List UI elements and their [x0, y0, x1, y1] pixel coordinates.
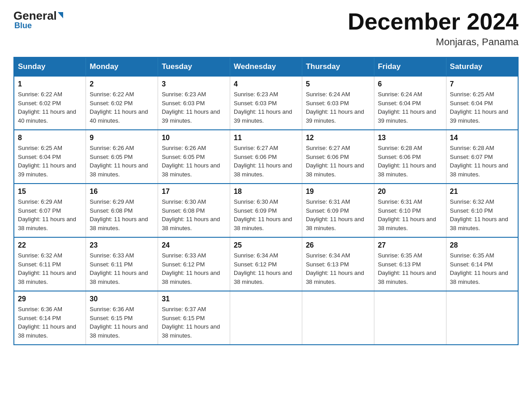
day-info: Sunrise: 6:31 AM Sunset: 6:10 PM Dayligh…	[378, 197, 442, 232]
day-number: 31	[162, 295, 226, 303]
calendar-cell: 12 Sunrise: 6:27 AM Sunset: 6:06 PM Dayl…	[302, 130, 374, 184]
day-info: Sunrise: 6:25 AM Sunset: 6:04 PM Dayligh…	[18, 144, 82, 179]
day-number: 3	[162, 80, 226, 88]
day-info: Sunrise: 6:27 AM Sunset: 6:06 PM Dayligh…	[234, 144, 298, 179]
column-header-wednesday: Wednesday	[230, 57, 302, 76]
day-number: 26	[306, 241, 370, 249]
calendar-cell: 18 Sunrise: 6:30 AM Sunset: 6:09 PM Dayl…	[230, 184, 302, 237]
calendar-cell: 24 Sunrise: 6:33 AM Sunset: 6:12 PM Dayl…	[158, 237, 230, 291]
day-number: 15	[18, 188, 82, 196]
day-number: 22	[18, 241, 82, 249]
day-info: Sunrise: 6:34 AM Sunset: 6:13 PM Dayligh…	[306, 251, 370, 286]
day-number: 24	[162, 241, 226, 249]
day-number: 4	[234, 80, 298, 88]
calendar-cell: 15 Sunrise: 6:29 AM Sunset: 6:07 PM Dayl…	[14, 184, 86, 237]
calendar-cell: 26 Sunrise: 6:34 AM Sunset: 6:13 PM Dayl…	[302, 237, 374, 291]
day-info: Sunrise: 6:36 AM Sunset: 6:14 PM Dayligh…	[18, 305, 82, 340]
day-info: Sunrise: 6:28 AM Sunset: 6:06 PM Dayligh…	[378, 144, 442, 179]
calendar-cell: 16 Sunrise: 6:29 AM Sunset: 6:08 PM Dayl…	[86, 184, 158, 237]
calendar-cell: 7 Sunrise: 6:25 AM Sunset: 6:04 PM Dayli…	[446, 76, 518, 130]
day-number: 18	[234, 188, 298, 196]
calendar-week-row: 8 Sunrise: 6:25 AM Sunset: 6:04 PM Dayli…	[14, 130, 518, 184]
day-info: Sunrise: 6:36 AM Sunset: 6:15 PM Dayligh…	[90, 305, 154, 340]
calendar-cell: 14 Sunrise: 6:28 AM Sunset: 6:07 PM Dayl…	[446, 130, 518, 184]
day-number: 30	[90, 295, 154, 303]
day-number: 28	[450, 241, 514, 249]
column-header-thursday: Thursday	[302, 57, 374, 76]
column-header-saturday: Saturday	[446, 57, 518, 76]
day-number: 16	[90, 188, 154, 196]
calendar-cell	[230, 291, 302, 345]
calendar-cell: 1 Sunrise: 6:22 AM Sunset: 6:02 PM Dayli…	[14, 76, 86, 130]
calendar-cell: 25 Sunrise: 6:34 AM Sunset: 6:12 PM Dayl…	[230, 237, 302, 291]
calendar-week-row: 22 Sunrise: 6:32 AM Sunset: 6:11 PM Dayl…	[14, 237, 518, 291]
day-info: Sunrise: 6:22 AM Sunset: 6:02 PM Dayligh…	[18, 90, 82, 125]
day-info: Sunrise: 6:24 AM Sunset: 6:04 PM Dayligh…	[378, 90, 442, 125]
calendar-table: SundayMondayTuesdayWednesdayThursdayFrid…	[13, 57, 519, 345]
calendar-cell: 13 Sunrise: 6:28 AM Sunset: 6:06 PM Dayl…	[374, 130, 446, 184]
calendar-cell: 27 Sunrise: 6:35 AM Sunset: 6:13 PM Dayl…	[374, 237, 446, 291]
calendar-cell: 4 Sunrise: 6:23 AM Sunset: 6:03 PM Dayli…	[230, 76, 302, 130]
day-info: Sunrise: 6:34 AM Sunset: 6:12 PM Dayligh…	[234, 251, 298, 286]
calendar-cell: 17 Sunrise: 6:30 AM Sunset: 6:08 PM Dayl…	[158, 184, 230, 237]
day-number: 11	[234, 134, 298, 142]
day-number: 5	[306, 80, 370, 88]
day-info: Sunrise: 6:35 AM Sunset: 6:13 PM Dayligh…	[378, 251, 442, 286]
day-info: Sunrise: 6:31 AM Sunset: 6:09 PM Dayligh…	[306, 197, 370, 232]
day-info: Sunrise: 6:23 AM Sunset: 6:03 PM Dayligh…	[234, 90, 298, 125]
calendar-cell	[374, 291, 446, 345]
calendar-cell: 22 Sunrise: 6:32 AM Sunset: 6:11 PM Dayl…	[14, 237, 86, 291]
day-number: 20	[378, 188, 442, 196]
day-info: Sunrise: 6:37 AM Sunset: 6:15 PM Dayligh…	[162, 305, 226, 340]
logo-blue: Blue	[14, 21, 32, 30]
day-info: Sunrise: 6:29 AM Sunset: 6:07 PM Dayligh…	[18, 197, 82, 232]
day-info: Sunrise: 6:35 AM Sunset: 6:14 PM Dayligh…	[450, 251, 514, 286]
day-number: 19	[306, 188, 370, 196]
calendar-cell: 2 Sunrise: 6:22 AM Sunset: 6:02 PM Dayli…	[86, 76, 158, 130]
calendar-cell: 29 Sunrise: 6:36 AM Sunset: 6:14 PM Dayl…	[14, 291, 86, 345]
day-number: 10	[162, 134, 226, 142]
day-info: Sunrise: 6:29 AM Sunset: 6:08 PM Dayligh…	[90, 197, 154, 232]
title-block: December 2024 Monjaras, Panama	[348, 9, 519, 48]
day-info: Sunrise: 6:33 AM Sunset: 6:12 PM Dayligh…	[162, 251, 226, 286]
day-info: Sunrise: 6:30 AM Sunset: 6:08 PM Dayligh…	[162, 197, 226, 232]
calendar-cell: 11 Sunrise: 6:27 AM Sunset: 6:06 PM Dayl…	[230, 130, 302, 184]
day-info: Sunrise: 6:28 AM Sunset: 6:07 PM Dayligh…	[450, 144, 514, 179]
day-info: Sunrise: 6:27 AM Sunset: 6:06 PM Dayligh…	[306, 144, 370, 179]
day-info: Sunrise: 6:33 AM Sunset: 6:11 PM Dayligh…	[90, 251, 154, 286]
column-header-sunday: Sunday	[14, 57, 86, 76]
calendar-cell: 23 Sunrise: 6:33 AM Sunset: 6:11 PM Dayl…	[86, 237, 158, 291]
calendar-cell: 6 Sunrise: 6:24 AM Sunset: 6:04 PM Dayli…	[374, 76, 446, 130]
day-number: 17	[162, 188, 226, 196]
calendar-week-row: 15 Sunrise: 6:29 AM Sunset: 6:07 PM Dayl…	[14, 184, 518, 237]
calendar-cell: 10 Sunrise: 6:26 AM Sunset: 6:05 PM Dayl…	[158, 130, 230, 184]
location: Monjaras, Panama	[348, 36, 519, 48]
calendar-cell	[446, 291, 518, 345]
day-number: 1	[18, 80, 82, 88]
day-info: Sunrise: 6:23 AM Sunset: 6:03 PM Dayligh…	[162, 90, 226, 125]
day-number: 13	[378, 134, 442, 142]
day-number: 21	[450, 188, 514, 196]
calendar-cell: 20 Sunrise: 6:31 AM Sunset: 6:10 PM Dayl…	[374, 184, 446, 237]
day-number: 2	[90, 80, 154, 88]
calendar-cell: 3 Sunrise: 6:23 AM Sunset: 6:03 PM Dayli…	[158, 76, 230, 130]
calendar-week-row: 1 Sunrise: 6:22 AM Sunset: 6:02 PM Dayli…	[14, 76, 518, 130]
calendar-cell: 9 Sunrise: 6:26 AM Sunset: 6:05 PM Dayli…	[86, 130, 158, 184]
calendar-week-row: 29 Sunrise: 6:36 AM Sunset: 6:14 PM Dayl…	[14, 291, 518, 345]
logo: General Blue	[13, 9, 63, 30]
day-info: Sunrise: 6:26 AM Sunset: 6:05 PM Dayligh…	[162, 144, 226, 179]
day-number: 9	[90, 134, 154, 142]
day-number: 7	[450, 80, 514, 88]
day-number: 29	[18, 295, 82, 303]
day-number: 14	[450, 134, 514, 142]
day-number: 8	[18, 134, 82, 142]
day-number: 12	[306, 134, 370, 142]
month-title: December 2024	[348, 9, 519, 34]
day-number: 23	[90, 241, 154, 249]
calendar-cell: 30 Sunrise: 6:36 AM Sunset: 6:15 PM Dayl…	[86, 291, 158, 345]
calendar-header-row: SundayMondayTuesdayWednesdayThursdayFrid…	[14, 57, 518, 76]
calendar-cell: 21 Sunrise: 6:32 AM Sunset: 6:10 PM Dayl…	[446, 184, 518, 237]
column-header-friday: Friday	[374, 57, 446, 76]
day-info: Sunrise: 6:25 AM Sunset: 6:04 PM Dayligh…	[450, 90, 514, 125]
calendar-cell: 28 Sunrise: 6:35 AM Sunset: 6:14 PM Dayl…	[446, 237, 518, 291]
